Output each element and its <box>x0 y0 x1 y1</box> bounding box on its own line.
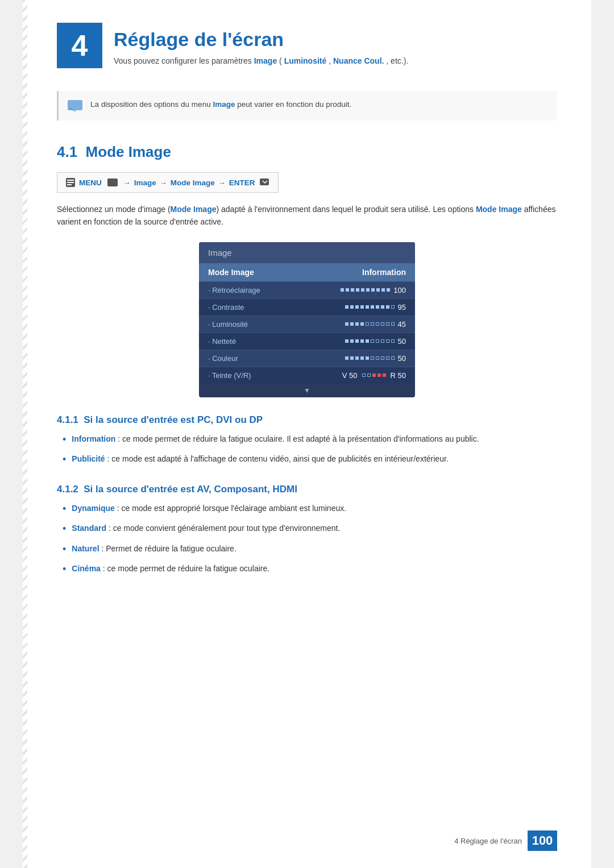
bullet-dot: • <box>63 452 66 467</box>
osd-row-nettete: · Netteté 50 <box>199 333 415 350</box>
menu-step-2: Mode Image <box>171 178 215 187</box>
menu-step-3: ENTER <box>229 178 255 187</box>
bullet-dot: • <box>63 542 66 556</box>
list-item: • Information : ce mode permet de réduir… <box>57 433 557 447</box>
subsection-2-heading: 4.1.2 Si la source d'entrée est AV, Comp… <box>57 484 557 495</box>
bullet-dot: • <box>63 522 66 536</box>
osd-bar-retroeclairage <box>341 288 390 292</box>
enter-icon <box>260 178 270 186</box>
chapter-number: 4 <box>57 23 102 68</box>
menu-step-1: Image <box>134 178 156 187</box>
osd-bar-couleur <box>345 356 395 360</box>
note-text: La disposition des options du menu Image… <box>90 99 351 110</box>
osd-row-teinte: · Teinte (V/R) V 50 R 50 <box>199 367 415 384</box>
decorative-stripe <box>23 0 27 868</box>
chapter-header: 4 Réglage de l'écran Vous pouvez configu… <box>57 23 557 74</box>
osd-bar-luminosite <box>345 322 395 326</box>
list-item: • Cinéma : ce mode permet de réduire la … <box>57 562 557 576</box>
note-icon <box>68 100 84 113</box>
list-item: • Standard : ce mode convient généraleme… <box>57 522 557 536</box>
page-footer: 4 Réglage de l'écran 100 <box>454 830 557 851</box>
osd-header-row: Mode Image Information <box>199 263 415 281</box>
osd-container: Image Mode Image Information · Rétroécla… <box>57 242 557 397</box>
section-heading: 4.1 Mode Image <box>57 143 557 161</box>
page-number: 100 <box>528 830 557 851</box>
chapter-title-block: Réglage de l'écran Vous pouvez configure… <box>114 23 408 67</box>
osd-header-right: Information <box>362 268 406 277</box>
menu-icon <box>65 177 76 188</box>
bullet-dot: • <box>63 502 66 516</box>
list-item: • Naturel : Permet de réduire la fatigue… <box>57 542 557 556</box>
osd-row-contraste: · Contraste 95 <box>199 298 415 315</box>
osd-menu: Image Mode Image Information · Rétroécla… <box>199 242 415 397</box>
bullet-dot: • <box>63 562 66 576</box>
osd-bar-contraste <box>345 305 395 309</box>
teinte-r-value: R 50 <box>391 371 406 380</box>
svg-rect-3 <box>67 180 74 181</box>
svg-rect-0 <box>68 100 82 110</box>
svg-rect-5 <box>67 184 72 185</box>
chapter-subtitle: Vous pouvez configurer les paramètres Im… <box>114 55 408 67</box>
footer-text: 4 Réglage de l'écran <box>454 837 522 845</box>
osd-bar-teinte <box>362 373 386 377</box>
osd-bar-nettete <box>345 339 395 343</box>
chapter-title: Réglage de l'écran <box>114 28 408 51</box>
list-item: • Dynamique : ce mode est approprié lors… <box>57 502 557 516</box>
subsection-1-list: • Information : ce mode permet de réduir… <box>57 433 557 467</box>
list-item: • Publicité : ce mode est adapté à l'aff… <box>57 452 557 467</box>
page-container: 4 Réglage de l'écran Vous pouvez configu… <box>23 0 591 868</box>
bullet-dot: • <box>63 433 66 447</box>
menu-path-box: MENU → Image → Mode Image → ENTER <box>57 172 279 193</box>
osd-title: Image <box>199 242 415 263</box>
description: Sélectionnez un mode d'image (Mode Image… <box>57 203 557 229</box>
osd-row-retroeclairage: · Rétroéclairage 100 <box>199 281 415 298</box>
note-box: La disposition des options du menu Image… <box>57 91 557 121</box>
osd-row-luminosite: · Luminosité 45 <box>199 315 415 333</box>
osd-scroll-arrow: ▼ <box>199 384 415 397</box>
osd-header-left: Mode Image <box>208 268 254 277</box>
teinte-v-value: V 50 <box>342 371 358 380</box>
subsection-1-heading: 4.1.1 Si la source d'entrée est PC, DVI … <box>57 414 557 426</box>
subsection-2-list: • Dynamique : ce mode est approprié lors… <box>57 502 557 576</box>
svg-rect-4 <box>67 182 74 183</box>
osd-row-couleur: · Couleur 50 <box>199 350 415 367</box>
